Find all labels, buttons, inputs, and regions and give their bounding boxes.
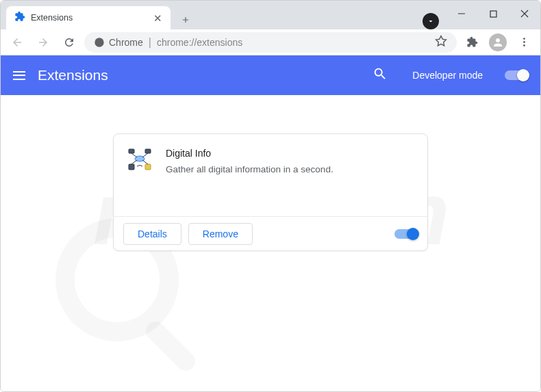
forward-button[interactable] (32, 31, 54, 53)
maximize-button[interactable] (477, 1, 509, 27)
svg-point-6 (523, 41, 525, 43)
profile-button[interactable] (487, 31, 509, 53)
star-icon[interactable] (435, 35, 447, 50)
close-tab-icon[interactable]: ✕ (153, 13, 162, 23)
new-tab-button[interactable] (176, 10, 195, 29)
extension-enable-toggle[interactable] (394, 229, 418, 239)
svg-rect-8 (129, 149, 134, 153)
window-controls (446, 1, 540, 27)
back-button[interactable] (6, 31, 28, 53)
reload-button[interactable] (58, 31, 80, 53)
search-icon[interactable] (373, 66, 388, 84)
address-divider: | (149, 36, 151, 49)
menu-icon[interactable] (13, 71, 25, 80)
svg-point-5 (523, 38, 525, 40)
site-chip-label: Chrome (109, 37, 143, 48)
remove-button[interactable]: Remove (188, 223, 253, 245)
chrome-icon (94, 37, 105, 48)
extensions-content: risk.com Digital Info Gath (1, 95, 540, 391)
extension-description: Gather all digital information in a seco… (166, 163, 414, 177)
extensions-icon[interactable] (461, 31, 483, 53)
svg-line-16 (142, 160, 148, 164)
extension-card: Digital Info Gather all digital informat… (113, 133, 428, 251)
address-bar[interactable]: Chrome | chrome://extensions (84, 32, 457, 53)
details-button[interactable]: Details (123, 223, 181, 245)
developer-mode-label: Developer mode (412, 70, 483, 81)
developer-mode-toggle[interactable] (505, 70, 528, 80)
svg-point-7 (523, 44, 525, 47)
svg-rect-10 (129, 164, 134, 170)
svg-line-14 (142, 153, 148, 157)
svg-rect-1 (490, 11, 496, 17)
svg-point-4 (95, 38, 103, 47)
svg-line-13 (131, 153, 137, 157)
svg-line-15 (131, 160, 137, 164)
close-window-button[interactable] (509, 1, 540, 27)
menu-button[interactable] (513, 31, 535, 53)
media-control-button[interactable] (423, 13, 439, 29)
svg-rect-9 (145, 149, 151, 153)
puzzle-icon (14, 11, 25, 25)
tab-title: Extensions (31, 13, 148, 23)
browser-tab[interactable]: Extensions ✕ (6, 6, 171, 29)
extension-name: Digital Info (166, 148, 414, 159)
svg-rect-11 (145, 164, 151, 170)
extension-icon (127, 148, 152, 172)
extensions-header: Extensions Developer mode (1, 55, 540, 95)
page-title: Extensions (38, 67, 360, 83)
site-chip: Chrome (94, 37, 143, 48)
minimize-button[interactable] (446, 1, 477, 27)
browser-toolbar: Chrome | chrome://extensions (1, 29, 540, 55)
address-url: chrome://extensions (157, 37, 242, 48)
